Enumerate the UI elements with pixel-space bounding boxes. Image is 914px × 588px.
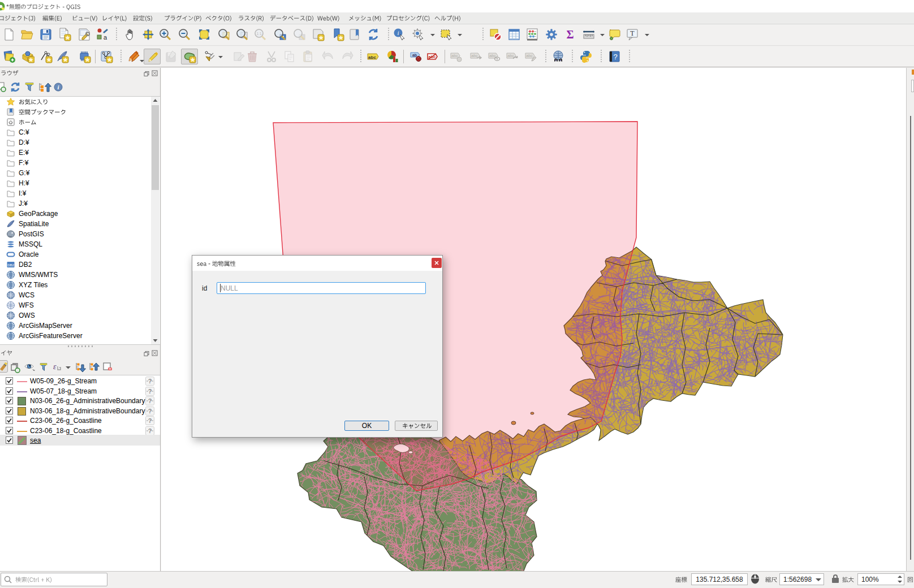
svg-text:?: ? xyxy=(148,397,152,404)
svg-text:T: T xyxy=(630,29,635,37)
svg-text:Σ: Σ xyxy=(566,28,574,41)
svg-text:DB2: DB2 xyxy=(7,263,14,267)
svg-text:abc: abc xyxy=(451,54,458,58)
svg-text:abc: abc xyxy=(368,55,376,60)
svg-text:?: ? xyxy=(148,388,152,395)
svg-text:?: ? xyxy=(148,417,152,424)
svg-text:?: ? xyxy=(148,427,152,434)
svg-text:abc: abc xyxy=(471,54,478,58)
svg-text:ab: ab xyxy=(412,53,417,57)
svg-text:abc: abc xyxy=(507,54,514,58)
svg-text:?: ? xyxy=(148,408,152,414)
svg-text:ε: ε xyxy=(53,362,57,371)
svg-text:abc: abc xyxy=(526,54,533,58)
svg-text:abc: abc xyxy=(489,54,496,58)
svg-text:a: a xyxy=(104,34,107,41)
svg-text:i: i xyxy=(397,29,399,36)
svg-text:?: ? xyxy=(613,53,617,61)
svg-text:?: ? xyxy=(148,378,152,384)
svg-text:1:1: 1:1 xyxy=(256,32,261,36)
